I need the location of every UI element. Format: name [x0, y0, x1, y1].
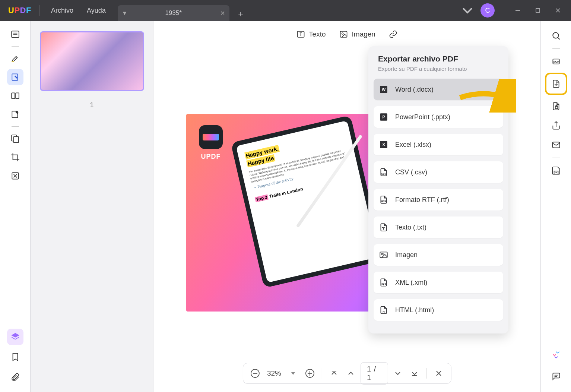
edit-link-button[interactable] [389, 30, 398, 39]
edit-image-button[interactable]: Imagen [339, 30, 375, 39]
new-tab-button[interactable]: ＋ [233, 7, 248, 21]
menu-file[interactable]: Archivo [44, 7, 80, 15]
svg-marker-15 [12, 333, 19, 337]
svg-rect-7 [12, 61, 14, 62]
menu-help[interactable]: Ayuda [80, 7, 112, 15]
last-page-button[interactable] [408, 366, 422, 381]
redact-tool-button[interactable] [7, 168, 23, 184]
export-option-xml[interactable]: XML (.xml) [374, 272, 503, 293]
organize-pages-button[interactable] [7, 130, 23, 147]
export-option-powerpoint[interactable]: P PowerPoint (.pptx) [374, 106, 503, 128]
next-page-button[interactable] [391, 366, 405, 381]
csv-file-icon: CSV [379, 167, 388, 177]
left-tool-rail [0, 21, 31, 392]
export-option-label: Excel (.xlsx) [395, 141, 431, 149]
protect-button[interactable] [548, 98, 564, 114]
compare-tool-button[interactable] [7, 88, 23, 104]
zoom-dropdown-button[interactable] [286, 366, 300, 381]
page-thumbnail[interactable] [40, 31, 144, 91]
close-tab-button[interactable]: ✕ [220, 10, 225, 17]
tab-bar: ▾ 1935* ✕ ＋ [118, 0, 248, 21]
prev-page-button[interactable] [344, 366, 358, 381]
export-option-label: Word (.docx) [395, 86, 434, 94]
rtf-file-icon: RTF [379, 195, 388, 205]
svg-text:X: X [382, 142, 385, 147]
search-button[interactable] [548, 28, 564, 44]
separator [12, 46, 19, 47]
export-option-excel[interactable]: X Excel (.xlsx) [374, 134, 503, 155]
divider [503, 5, 503, 16]
save-button[interactable] [548, 162, 564, 179]
ocr-button[interactable]: OCR [548, 53, 564, 70]
zoom-in-button[interactable] [303, 366, 317, 381]
bookmark-button[interactable] [7, 349, 23, 365]
export-option-label: Texto (.txt) [395, 224, 426, 231]
document-tab[interactable]: ▾ 1935* ✕ [118, 5, 229, 21]
separator [12, 126, 19, 127]
edit-tool-button[interactable] [7, 69, 23, 85]
tab-marker-icon: ▾ [123, 9, 126, 17]
highlighter-tool-button[interactable] [7, 50, 23, 67]
ai-assistant-button[interactable] [548, 347, 564, 364]
attachment-button[interactable] [7, 369, 23, 385]
export-option-word[interactable]: W Word (.docx) [374, 79, 503, 100]
powerpoint-file-icon: P [379, 112, 388, 122]
window-maximize-button[interactable] [529, 0, 547, 21]
export-option-rtf[interactable]: RTF Formato RTF (.rtf) [374, 189, 503, 211]
edit-image-label: Imagen [352, 30, 375, 38]
comments-button[interactable] [548, 368, 564, 385]
export-subtitle: Exporte su PDF a cualquier formato [374, 66, 503, 79]
export-option-label: PowerPoint (.pptx) [395, 113, 450, 121]
svg-rect-46 [552, 142, 560, 148]
export-option-text[interactable]: Texto (.txt) [374, 216, 503, 238]
export-option-csv[interactable]: CSV CSV (.csv) [374, 161, 503, 183]
svg-point-28 [382, 253, 383, 255]
svg-text:H: H [383, 310, 384, 313]
svg-text:RTF: RTF [381, 200, 386, 203]
svg-rect-9 [12, 93, 15, 98]
html-file-icon: H [379, 305, 388, 315]
window-close-button[interactable] [549, 0, 567, 21]
share-button[interactable] [548, 117, 564, 134]
export-option-label: Formato RTF (.rtf) [395, 196, 449, 204]
chevron-down-icon[interactable] [459, 2, 476, 19]
export-option-label: Imagen [395, 251, 418, 259]
svg-marker-32 [291, 372, 295, 375]
export-title: Exportar archivo PDF [374, 54, 503, 66]
reader-mode-button[interactable] [7, 26, 23, 42]
tab-title: 1935* [165, 9, 181, 17]
layers-button[interactable] [7, 329, 23, 345]
email-button[interactable] [548, 137, 564, 153]
svg-rect-44 [555, 107, 558, 108]
form-tool-button[interactable] [7, 106, 23, 123]
svg-rect-4 [12, 31, 19, 37]
thumbnail-panel: 1 [31, 21, 153, 392]
crop-tool-button[interactable] [7, 149, 23, 165]
export-option-image[interactable]: Imagen [374, 244, 503, 266]
first-page-button[interactable] [327, 366, 341, 381]
zoom-level: 32% [265, 369, 283, 377]
export-option-html[interactable]: H HTML (.html) [374, 299, 503, 321]
export-button[interactable] [548, 76, 564, 92]
svg-text:W: W [382, 87, 386, 92]
word-file-icon: W [379, 85, 388, 94]
text-file-icon [379, 222, 388, 232]
svg-point-47 [555, 172, 556, 173]
page-indicator[interactable]: 1 / 1 [361, 362, 388, 385]
title-bar: UPDF Archivo Ayuda ▾ 1935* ✕ ＋ C [0, 0, 571, 21]
edit-text-label: Texto [309, 30, 326, 38]
svg-rect-10 [16, 93, 19, 98]
svg-text:CSV: CSV [381, 173, 386, 175]
close-nav-button[interactable] [432, 366, 446, 381]
separator [426, 368, 427, 379]
edit-toolbar: Texto Imagen [296, 30, 398, 39]
image-file-icon [379, 250, 388, 260]
svg-line-41 [558, 37, 559, 39]
excel-file-icon: X [379, 140, 388, 149]
zoom-out-button[interactable] [248, 366, 262, 381]
edit-text-button[interactable]: Texto [296, 30, 326, 39]
window-minimize-button[interactable] [508, 0, 527, 21]
user-avatar[interactable]: C [480, 3, 495, 18]
xml-file-icon [379, 278, 388, 287]
svg-rect-27 [380, 252, 387, 257]
